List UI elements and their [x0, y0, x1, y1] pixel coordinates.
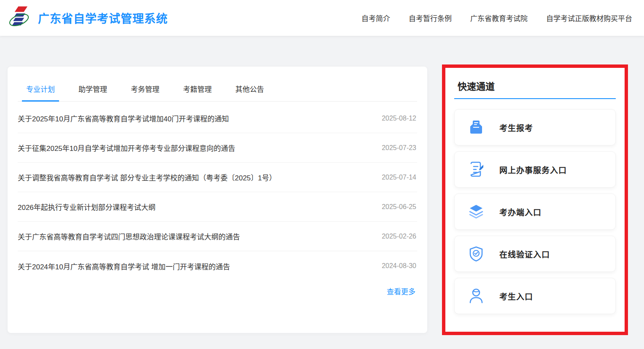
- nav-link-exam-authority[interactable]: 广东省教育考试院: [470, 13, 528, 23]
- tab-major-plan[interactable]: 专业计划: [26, 83, 55, 101]
- announcement-date: 2025-07-23: [382, 144, 416, 152]
- quick-card-online-services[interactable]: 网上办事服务入口: [454, 151, 616, 188]
- announcement-title[interactable]: 关于2025年10月广东省高等教育自学考试增加40门开考课程的通知: [18, 113, 229, 123]
- nav-link-regulations[interactable]: 自考暂行条例: [409, 13, 452, 23]
- tab-study-support[interactable]: 助学管理: [78, 83, 107, 101]
- announcement-title[interactable]: 关于广东省高等教育自学考试四门思想政治理论课课程考试大纲的通告: [18, 231, 240, 242]
- nav-link-intro[interactable]: 自考简介: [361, 13, 390, 23]
- quick-channel-cards: 考生报考 网上办事服务入口: [454, 109, 616, 314]
- shield-check-icon: [468, 246, 484, 262]
- quick-card-label: 考生入口: [499, 290, 533, 302]
- inbox-icon: [468, 119, 484, 135]
- tab-exam-affairs[interactable]: 考务管理: [131, 83, 159, 101]
- announcement-date: 2025-07-14: [382, 174, 416, 181]
- view-more-wrap: 查看更多: [18, 281, 417, 296]
- announcement-list: 关于2025年10月广东省高等教育自学考试增加40门开考课程的通知 2025-0…: [18, 104, 417, 281]
- announcement-tabs: 专业计划 助学管理 考务管理 考籍管理 其他公告: [18, 67, 417, 102]
- announcement-row[interactable]: 关于征集2025年10月自学考试增加开考停考专业部分课程意向的通告 2025-0…: [18, 133, 417, 163]
- announcements-card: 专业计划 助学管理 考务管理 考籍管理 其他公告 关于2025年10月广东省高等…: [8, 67, 427, 333]
- site-logo-icon: [8, 5, 30, 31]
- page-title: 广东省自学考试管理系统: [38, 10, 168, 26]
- quick-card-label: 在线验证入口: [499, 248, 550, 260]
- quick-card-label: 考办端入口: [499, 206, 542, 217]
- view-more-link[interactable]: 查看更多: [387, 288, 415, 296]
- announcement-title[interactable]: 关于征集2025年10月自学考试增加开考停考专业部分课程意向的通告: [18, 142, 235, 153]
- announcement-row[interactable]: 关于调整我省高等教育自学考试 部分专业主考学校的通知（粤考委〔2025〕1号） …: [18, 163, 417, 192]
- announcement-date: 2025-02-26: [382, 233, 416, 240]
- quick-channel-title: 快速通道: [454, 79, 616, 92]
- announcement-date: 2025-08-12: [382, 115, 416, 122]
- document-edit-icon: [468, 161, 484, 177]
- announcement-row[interactable]: 关于广东省高等教育自学考试四门思想政治理论课课程考试大纲的通告 2025-02-…: [18, 222, 417, 251]
- quick-card-candidate-registration[interactable]: 考生报考: [454, 109, 616, 145]
- quick-channel-panel: 快速通道 考生报考: [442, 64, 628, 335]
- quick-card-label: 网上办事服务入口: [499, 164, 567, 175]
- tab-exam-records[interactable]: 考籍管理: [183, 83, 212, 101]
- announcement-title[interactable]: 关于调整我省高等教育自学考试 部分专业主考学校的通知（粤考委〔2025〕1号）: [18, 172, 276, 183]
- announcement-date: 2024-08-30: [382, 262, 416, 270]
- announcement-title[interactable]: 关于2024年10月广东省高等教育自学考试 增加一门开考课程的通告: [18, 261, 230, 271]
- nav-link-textbook-platform[interactable]: 自学考试正版教材购买平台: [546, 13, 632, 23]
- quick-card-online-verification[interactable]: 在线验证入口: [454, 236, 616, 272]
- announcement-row[interactable]: 2026年起执行专业新计划部分课程考试大纲 2025-06-25: [18, 192, 417, 222]
- user-icon: [468, 288, 484, 304]
- header: 广东省自学考试管理系统 自考简介 自考暂行条例 广东省教育考试院 自学考试正版教…: [0, 0, 644, 36]
- announcement-row[interactable]: 关于2024年10月广东省高等教育自学考试 增加一门开考课程的通告 2024-0…: [18, 251, 417, 281]
- quick-card-exam-office[interactable]: 考办端入口: [454, 193, 616, 230]
- announcement-date: 2025-06-25: [382, 203, 416, 211]
- quick-channel-underline: [454, 98, 616, 99]
- quick-card-candidate-entrance[interactable]: 考生入口: [454, 278, 616, 314]
- announcement-title[interactable]: 2026年起执行专业新计划部分课程考试大纲: [18, 201, 156, 212]
- layers-icon: [468, 204, 484, 220]
- quick-card-label: 考生报考: [499, 122, 533, 133]
- announcement-row[interactable]: 关于2025年10月广东省高等教育自学考试增加40门开考课程的通知 2025-0…: [18, 104, 417, 133]
- top-nav: 自考简介 自考暂行条例 广东省教育考试院 自学考试正版教材购买平台: [361, 13, 632, 23]
- tab-other-notices[interactable]: 其他公告: [235, 83, 264, 101]
